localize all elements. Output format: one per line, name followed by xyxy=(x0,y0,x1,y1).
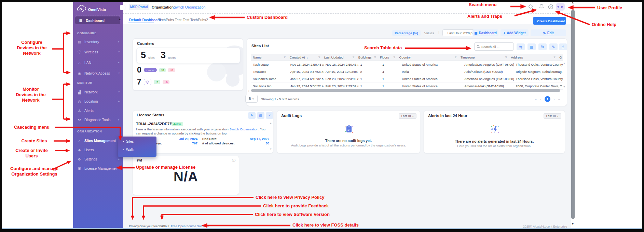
filter-icon[interactable]: ∇ xyxy=(394,56,395,59)
hscroll-left-icon[interactable]: ◂ xyxy=(248,89,249,92)
license-name: TRIAL-202452DE7B xyxy=(136,122,173,126)
search-table-input[interactable] xyxy=(481,45,511,49)
sidebar-collapse-button[interactable]: ← xyxy=(120,5,125,10)
tab-test-techpubs2[interactable]: Test TechPubs2 xyxy=(183,18,208,22)
filter-icon[interactable]: ∇ xyxy=(455,56,456,59)
filter-icon[interactable]: ∇ xyxy=(353,56,354,59)
license-edit-button[interactable]: ✎ xyxy=(248,112,256,119)
column-label: Floors xyxy=(380,55,389,59)
help-icon[interactable]: ? xyxy=(548,4,553,11)
column-header-created-at[interactable]: Created At↓∇ xyxy=(288,55,322,59)
filter-icon[interactable]: ∇ xyxy=(374,56,376,59)
filter-icon[interactable]: ∇ xyxy=(284,56,286,59)
values-toggle[interactable]: Values xyxy=(424,31,434,35)
submenu-item-walls[interactable]: Walls xyxy=(123,148,134,152)
sidebar-item-label: Diagnostic Tools xyxy=(84,118,115,122)
annotation-monitor-devices: Monitor Devices in the Network xyxy=(9,87,53,103)
sidebar-item-lan[interactable]: ∴ LAN ▸ xyxy=(77,59,120,66)
footer-privacy-link[interactable]: Privacy xyxy=(129,224,139,228)
sort-desc-icon[interactable]: ↓ xyxy=(306,56,308,59)
add-widget-button[interactable]: + Add Widget xyxy=(501,29,529,36)
audit-range-select[interactable]: Last 10 ∨ xyxy=(399,113,416,119)
column-header-buildings[interactable]: Buildings∇ xyxy=(356,55,378,59)
aps-up-badge: ↑1 xyxy=(154,80,161,84)
sidebar-item-dashboard[interactable]: ▦ Dashboard xyxy=(75,16,120,24)
footer-about-link[interactable]: About xyxy=(161,224,169,228)
switch-organization-link[interactable]: Switch Organization xyxy=(230,127,258,131)
annotation-feedback: Click here to provide Feedback xyxy=(263,203,352,209)
dashboard-view-button[interactable]: ▦ Dashboard xyxy=(472,29,498,36)
license-details-button[interactable]: ▤ xyxy=(257,112,264,119)
first-page-icon[interactable]: « xyxy=(535,97,537,101)
organization-name-link[interactable]: Switch Organization xyxy=(174,5,205,9)
last-page-icon[interactable]: » xyxy=(558,97,560,101)
table-header-row: Name∇ Created At↓∇ Last Updated∇ Buildin… xyxy=(251,54,563,61)
percentage-toggle[interactable]: Percentage (%) xyxy=(392,30,421,36)
next-page-icon[interactable]: › xyxy=(553,97,555,101)
column-label: Timezone xyxy=(461,55,475,59)
sidebar-item-network[interactable]: ▟ Network ▾ xyxy=(77,89,120,95)
current-page-button[interactable]: 1 xyxy=(545,96,550,102)
fit-columns-button[interactable]: ⇆ xyxy=(517,43,525,50)
column-label: Created At xyxy=(290,55,305,59)
filter-icon[interactable]: ∇ xyxy=(318,56,320,59)
sidebar-item-wireless[interactable]: Wireless ▾ xyxy=(77,49,120,55)
user-avatar[interactable]: T P xyxy=(556,3,565,11)
page-size-select[interactable]: 5 ∨ xyxy=(245,95,258,103)
table-row[interactable]: TestDocs Apr 15, 2024 9:47:54 am Apr 15,… xyxy=(251,68,563,75)
license-activate-button[interactable]: ✓ xyxy=(266,112,273,119)
column-header-address[interactable]: Address∇ xyxy=(509,55,558,59)
prev-page-icon[interactable]: ‹ xyxy=(540,97,542,101)
msp-portal-button[interactable]: MSP Portal xyxy=(129,4,149,10)
table-scroll-down-icon[interactable]: ▼ xyxy=(563,86,565,88)
sidebar-item-alerts[interactable]: ⚠ Alerts xyxy=(77,107,120,114)
sidebar-item-network-access[interactable]: ◉ Network Access ▾ xyxy=(77,70,120,77)
table-scroll-up-icon[interactable]: ▲ xyxy=(563,62,565,64)
sidebar-item-diagnostic-tools[interactable]: ⚒ Diagnostic Tools ▸ xyxy=(77,116,120,123)
sidebar-item-license-management[interactable]: ▣ License Management xyxy=(77,165,120,172)
column-header-g[interactable]: G xyxy=(557,55,563,59)
export-button[interactable]: ↥ xyxy=(559,43,567,50)
page-scroll-down-icon[interactable]: ▼ xyxy=(571,222,574,225)
table-row[interactable]: SoudabehHome Jan 27, 2024 6:15:32 am Feb… xyxy=(251,75,563,82)
sidebar-item-sites-management[interactable]: ⌂ Sites Management ▸ xyxy=(77,137,120,144)
filter-icon[interactable]: ∇ xyxy=(554,56,556,59)
widget-scroll-up-icon[interactable]: ▲ xyxy=(270,122,272,124)
column-header-country[interactable]: Country∇ xyxy=(397,55,458,59)
edit-dashboard-button[interactable]: ⇅ Edit xyxy=(531,29,566,36)
column-settings-button[interactable]: ▥ xyxy=(527,43,536,50)
create-dashboard-button[interactable]: + Create Dashboard xyxy=(533,17,566,25)
column-header-last-updated[interactable]: Last Updated∇ xyxy=(322,55,356,59)
edit-table-button[interactable]: ✎ xyxy=(549,43,558,50)
page-scroll-up-icon[interactable]: ▲ xyxy=(571,1,574,4)
tab-default-dashboard[interactable]: Default Dashboard xyxy=(129,18,161,22)
page-scrollbar-thumb[interactable] xyxy=(571,10,575,219)
table-row[interactable]: Solutions lab Jan 23, 2024 5:08:22 am Fe… xyxy=(251,82,563,90)
sidebar-item-settings[interactable]: ⚙ Settings ▸ xyxy=(77,156,120,163)
sidebar-item-inventory[interactable]: ▤ Inventory ▸ xyxy=(77,38,120,45)
column-header-timezone[interactable]: Timezone∇ xyxy=(458,55,509,59)
users-icon: ☻ xyxy=(77,148,82,152)
sidebar-scroll-up-icon[interactable]: ▲ xyxy=(118,17,121,21)
annotation-search-menu: Search menu xyxy=(469,2,511,8)
tab-techpubs-test[interactable]: TechPubs Test xyxy=(158,18,181,22)
sidebar-item-users[interactable]: ☻ Users ▸ xyxy=(77,146,120,153)
range-label: Last 10 xyxy=(401,114,411,118)
alerts-range-select[interactable]: Last 10 ∨ xyxy=(544,113,561,119)
submenu-item-sites[interactable]: Sites xyxy=(123,140,134,143)
alerts-bell-icon[interactable] xyxy=(539,4,544,11)
widget-scroll-down-icon[interactable]: ▼ xyxy=(270,148,272,150)
sidebar-item-location[interactable]: ◎ Location ▸ xyxy=(77,98,120,105)
table-row[interactable]: Tash setup Nov 16, 2024 2:50:43 am Nov 1… xyxy=(251,61,563,68)
info-icon[interactable]: ⓘ xyxy=(232,158,235,163)
refresh-button[interactable]: ↻ xyxy=(538,43,547,50)
table-horizontal-scrollbar[interactable] xyxy=(251,89,560,92)
column-header-floors[interactable]: Floors∇ xyxy=(378,55,397,59)
footer-foss-link[interactable]: Free Open Source Software xyxy=(171,224,209,228)
filter-icon[interactable]: ∇ xyxy=(505,56,507,59)
annotation-online-help: Online Help xyxy=(592,22,629,27)
cell-country: United States of America xyxy=(400,63,462,66)
search-icon[interactable] xyxy=(528,4,534,11)
sidebar: OmniVista xyxy=(73,2,123,229)
column-header-name[interactable]: Name∇ xyxy=(251,55,288,59)
